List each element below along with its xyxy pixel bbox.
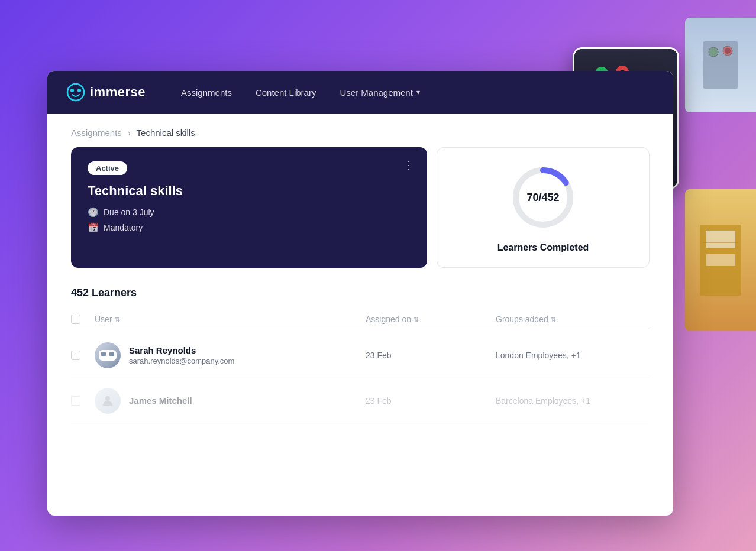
svg-point-9 xyxy=(70,89,74,92)
user-info: Sarah Reynolds sarah.reynolds@company.co… xyxy=(129,345,234,365)
mandatory-label: Mandatory xyxy=(104,223,143,232)
header-checkbox-cell xyxy=(71,315,95,324)
svg-point-13 xyxy=(105,396,110,401)
breadcrumb-current: Technical skills xyxy=(137,128,195,138)
th-user-label: User xyxy=(95,315,112,324)
logo-text: immerse xyxy=(90,85,146,100)
row-user-cell: Sarah Reynolds sarah.reynolds@company.co… xyxy=(95,342,366,368)
th-groups-label: Groups added xyxy=(496,315,548,324)
breadcrumb-separator: › xyxy=(128,128,131,138)
svg-point-10 xyxy=(77,89,81,92)
row-groups: London Employees, +1 xyxy=(496,351,650,360)
stats-card: 70/452 Learners Completed xyxy=(437,147,650,268)
app-container: immerse Assignments Content Library User… xyxy=(47,71,673,516)
stats-description: Learners Completed xyxy=(497,242,589,253)
avatar xyxy=(95,342,121,368)
user-info: James Mitchell xyxy=(129,396,192,407)
active-badge: Active xyxy=(88,161,127,175)
svg-rect-1 xyxy=(709,47,718,57)
donut-label: 70/452 xyxy=(526,192,559,204)
due-date-item: 🕐 Due on 3 July xyxy=(88,207,411,218)
th-assigned-label: Assigned on xyxy=(366,315,411,324)
th-groups[interactable]: Groups added ⇅ xyxy=(496,315,650,324)
calendar-icon: 📅 xyxy=(88,222,99,233)
svg-point-8 xyxy=(67,84,84,101)
chevron-down-icon: ▾ xyxy=(416,88,420,96)
more-options-button[interactable]: ⋮ xyxy=(403,159,415,171)
user-email: sarah.reynolds@company.com xyxy=(129,356,234,365)
donut-chart: 70/452 xyxy=(508,162,579,233)
row-groups: Barcelona Employees, +1 xyxy=(496,396,650,406)
assignment-title: Technical skills xyxy=(88,183,411,199)
assigned-sort-icon: ⇅ xyxy=(413,316,419,323)
learners-count: 452 Learners xyxy=(71,287,650,299)
bg-image-top-right xyxy=(685,18,756,112)
table-row: James Mitchell 23 Feb Barcelona Employee… xyxy=(71,378,650,424)
main-content: Active ⋮ Technical skills 🕐 Due on 3 Jul… xyxy=(47,147,673,438)
assignment-meta: 🕐 Due on 3 July 📅 Mandatory xyxy=(88,207,411,233)
row-checkbox-cell xyxy=(71,396,95,406)
select-all-checkbox[interactable] xyxy=(71,315,80,324)
th-assigned[interactable]: Assigned on ⇅ xyxy=(366,315,496,324)
nav-user-management-label: User Management xyxy=(340,87,412,98)
nav-user-management[interactable]: User Management ▾ xyxy=(340,85,419,100)
nav-assignments[interactable]: Assignments xyxy=(181,85,232,100)
card-row: Active ⋮ Technical skills 🕐 Due on 3 Jul… xyxy=(71,147,650,268)
row-checkbox-2[interactable] xyxy=(71,396,80,406)
table-header: User ⇅ Assigned on ⇅ Groups added ⇅ xyxy=(71,309,650,330)
row-assigned-date: 23 Feb xyxy=(366,396,496,406)
svg-rect-6 xyxy=(706,254,735,266)
row-assigned-date: 23 Feb xyxy=(366,351,496,360)
table-row: Sarah Reynolds sarah.reynolds@company.co… xyxy=(71,333,650,378)
breadcrumb-parent[interactable]: Assignments xyxy=(71,128,122,138)
row-user-cell: James Mitchell xyxy=(95,388,366,414)
row-checkbox-1[interactable] xyxy=(71,351,80,360)
logo: immerse xyxy=(66,83,146,102)
due-date-label: Due on 3 July xyxy=(104,208,154,217)
breadcrumb: Assignments › Technical skills xyxy=(47,114,673,147)
user-name: Sarah Reynolds xyxy=(129,345,234,355)
th-user[interactable]: User ⇅ xyxy=(95,315,366,324)
logo-icon xyxy=(66,83,85,102)
assignment-card: Active ⋮ Technical skills 🕐 Due on 3 Jul… xyxy=(71,147,427,268)
nav-content-library[interactable]: Content Library xyxy=(256,85,316,100)
learners-table: User ⇅ Assigned on ⇅ Groups added ⇅ xyxy=(71,309,650,424)
groups-sort-icon: ⇅ xyxy=(551,316,556,323)
clock-icon: 🕐 xyxy=(88,207,99,218)
user-name: James Mitchell xyxy=(129,396,192,406)
row-checkbox-cell xyxy=(71,351,95,360)
user-sort-icon: ⇅ xyxy=(115,316,120,323)
svg-point-3 xyxy=(725,48,731,54)
navbar: immerse Assignments Content Library User… xyxy=(47,71,673,114)
bg-image-mid-right xyxy=(685,189,756,331)
svg-rect-0 xyxy=(703,41,738,89)
mandatory-item: 📅 Mandatory xyxy=(88,222,411,233)
svg-rect-5 xyxy=(706,231,735,248)
avatar xyxy=(95,388,121,414)
vr-headset-icon xyxy=(99,350,117,361)
